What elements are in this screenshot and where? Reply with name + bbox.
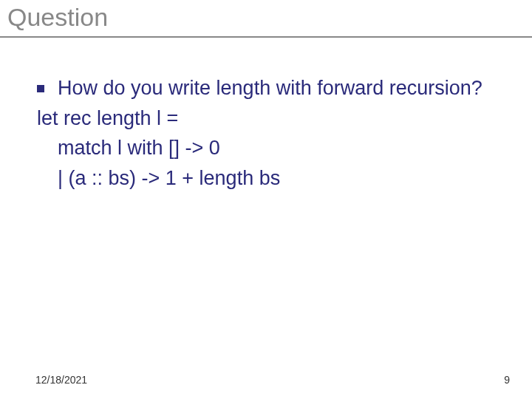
code-line-3: | (a :: bs) -> 1 + length bs bbox=[58, 163, 510, 194]
bullet-item: How do you write length with forward rec… bbox=[37, 73, 510, 103]
slide-footer: 12/18/2021 9 bbox=[0, 374, 532, 386]
footer-date: 12/18/2021 bbox=[35, 374, 87, 386]
footer-page-number: 9 bbox=[504, 374, 510, 386]
title-bar: Question bbox=[0, 0, 532, 38]
code-line-1: let rec length l = bbox=[37, 103, 510, 134]
bullet-text: How do you write length with forward rec… bbox=[58, 73, 510, 103]
code-line-2: match l with [] -> 0 bbox=[58, 133, 510, 163]
slide-title: Question bbox=[7, 3, 532, 32]
square-bullet-icon bbox=[37, 85, 44, 92]
slide-content: How do you write length with forward rec… bbox=[0, 38, 532, 193]
